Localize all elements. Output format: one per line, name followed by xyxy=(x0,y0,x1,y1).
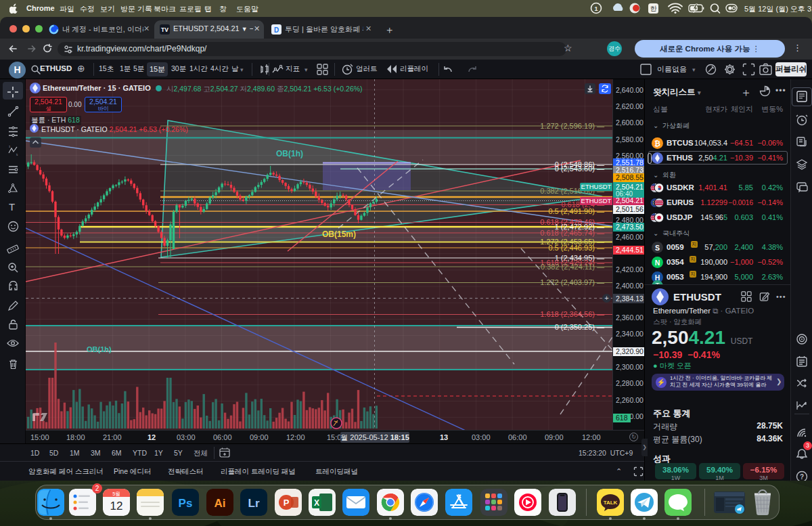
svg-text:12: 12 xyxy=(110,500,123,512)
svg-text:1.272 (2,403.97) —: 1.272 (2,403.97) — xyxy=(540,278,604,286)
svg-text:D: D xyxy=(274,26,279,34)
svg-text:Ai: Ai xyxy=(215,497,226,510)
svg-text:TV: TV xyxy=(161,26,168,33)
svg-text:Ps: Ps xyxy=(179,497,193,510)
svg-text:1.272 (2,596.19) —: 1.272 (2,596.19) — xyxy=(540,122,604,130)
svg-text:OB(1h): OB(1h) xyxy=(276,149,303,158)
svg-text:X: X xyxy=(314,498,319,508)
svg-text:0.5 (2,446.93) —: 0.5 (2,446.93) — xyxy=(548,244,604,252)
svg-text:OB(1h): OB(1h) xyxy=(87,345,112,353)
svg-text:?: ? xyxy=(800,473,804,481)
svg-text:0.618 (2,465.74) —: 0.618 (2,465.74) — xyxy=(540,229,604,237)
svg-text:5: 5 xyxy=(16,153,18,156)
svg-text:0 (2,543.60) —: 0 (2,543.60) — xyxy=(555,165,604,173)
svg-text:0.5 (2,491.90) —: 0.5 (2,491.90) — xyxy=(548,207,604,215)
svg-text:TALK: TALK xyxy=(604,500,618,506)
svg-text:0.382 (2,424.11) —: 0.382 (2,424.11) — xyxy=(541,263,604,271)
svg-text:5월: 5월 xyxy=(112,491,120,497)
svg-text:1: 1 xyxy=(9,145,11,148)
svg-text:OB(15m): OB(15m) xyxy=(322,229,356,239)
svg-text:Lr: Lr xyxy=(248,497,260,510)
svg-text:한: 한 xyxy=(650,5,658,12)
svg-text:0 (2,350.25) —: 0 (2,350.25) — xyxy=(555,323,604,331)
svg-text:1.618 (2,364.56) —: 1.618 (2,364.56) — xyxy=(540,310,604,318)
svg-text:P: P xyxy=(284,498,290,508)
svg-text:1: 1 xyxy=(594,5,597,12)
